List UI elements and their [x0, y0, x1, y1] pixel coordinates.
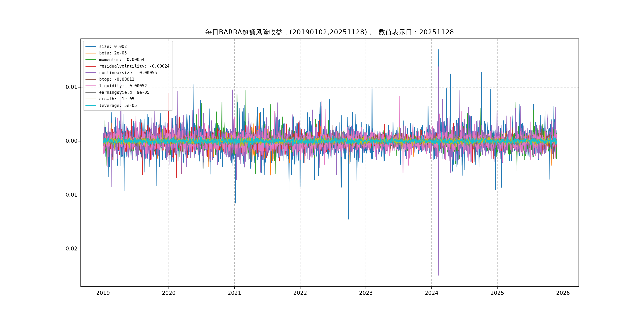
legend-item-momentum: momentum: -0.00054 — [86, 56, 170, 63]
chart-title: 每日BARRA超额风险收益，(20190102,20251128)， 数值表示日… — [81, 28, 579, 37]
legend-swatch-size — [86, 46, 96, 47]
legend-swatch-btop — [86, 79, 96, 80]
legend-item-btop: btop: -0.00011 — [86, 76, 170, 82]
legend-label-nonlinearsize: nonlinearsize: -0.00055 — [99, 70, 157, 75]
x-tick-label: 2022 — [294, 290, 307, 296]
legend-swatch-earningsyield — [86, 92, 96, 93]
x-tick-label: 2020 — [162, 290, 176, 296]
legend-swatch-nonlinearsize — [86, 72, 96, 73]
x-tick-label: 2024 — [425, 290, 438, 296]
legend-label-liquidity: liquidity: -0.00052 — [99, 84, 147, 88]
x-tick-label: 2021 — [228, 290, 241, 296]
legend-label-btop: btop: -0.00011 — [99, 77, 134, 82]
legend-label-beta: beta: 2e-05 — [99, 51, 127, 56]
x-tick-label: 2023 — [359, 290, 373, 296]
legend-item-nonlinearsize: nonlinearsize: -0.00055 — [86, 69, 170, 76]
x-tick-label: 2019 — [96, 290, 110, 296]
figure: 每日BARRA超额风险收益，(20190102,20251128)， 数值表示日… — [0, 0, 644, 322]
y-tick-label: -0.01 — [44, 192, 78, 198]
legend-item-size: size: 0.002 — [86, 43, 170, 50]
legend-label-size: size: 0.002 — [99, 44, 127, 49]
legend-swatch-momentum — [86, 59, 96, 60]
legend-item-residualvolatility: residualvolatility: -0.00024 — [86, 63, 170, 69]
legend-swatch-beta — [86, 53, 96, 54]
legend-label-leverage: leverage: 5e-05 — [99, 103, 137, 108]
legend-label-earningsyield: earningsyield: 9e-05 — [99, 90, 150, 95]
legend-label-residualvolatility: residualvolatility: -0.00024 — [99, 64, 170, 68]
y-tick-label: -0.02 — [44, 246, 78, 252]
legend-label-momentum: momentum: -0.00054 — [99, 57, 144, 62]
y-tick-label: 0.01 — [44, 84, 78, 90]
legend-item-liquidity: liquidity: -0.00052 — [86, 82, 170, 89]
legend-swatch-liquidity — [86, 86, 96, 86]
legend-label-growth: growth: -1e-05 — [99, 96, 134, 101]
legend-item-earningsyield: earningsyield: 9e-05 — [86, 89, 170, 96]
legend-item-leverage: leverage: 5e-05 — [86, 102, 170, 109]
x-tick-label: 2026 — [556, 290, 570, 296]
legend-swatch-leverage — [86, 105, 96, 106]
y-tick-label: 0.00 — [44, 138, 78, 144]
legend-item-beta: beta: 2e-05 — [86, 50, 170, 56]
x-tick-label: 2025 — [490, 290, 504, 296]
legend-swatch-residualvolatility — [86, 66, 96, 66]
legend-box: size: 0.002beta: 2e-05momentum: -0.00054… — [83, 41, 173, 111]
legend-swatch-growth — [86, 98, 96, 100]
legend-item-growth: growth: -1e-05 — [86, 96, 170, 102]
